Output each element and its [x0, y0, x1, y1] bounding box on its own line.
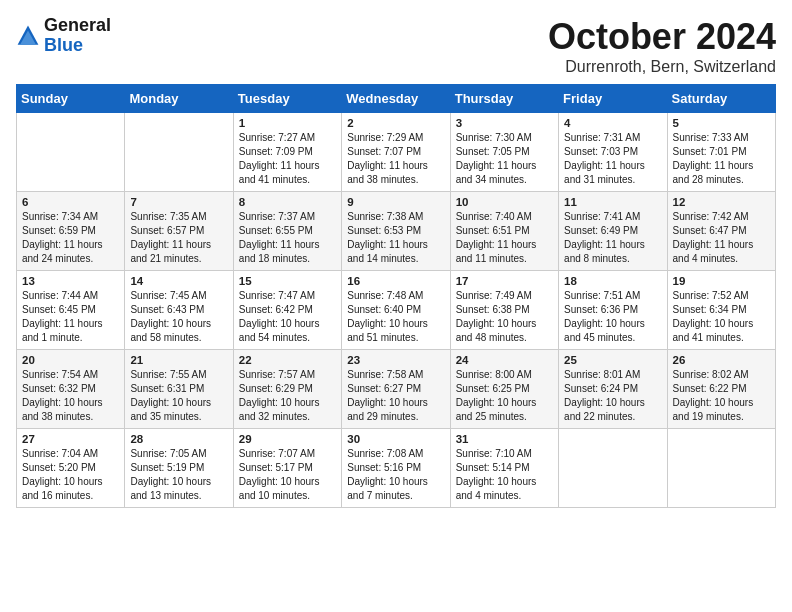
day-of-week-header: Sunday: [17, 85, 125, 113]
calendar-cell: 14Sunrise: 7:45 AM Sunset: 6:43 PM Dayli…: [125, 271, 233, 350]
calendar-cell: 8Sunrise: 7:37 AM Sunset: 6:55 PM Daylig…: [233, 192, 341, 271]
calendar-cell: 5Sunrise: 7:33 AM Sunset: 7:01 PM Daylig…: [667, 113, 775, 192]
day-number: 30: [347, 433, 444, 445]
day-info: Sunrise: 7:54 AM Sunset: 6:32 PM Dayligh…: [22, 368, 119, 424]
logo-general-text: General: [44, 16, 111, 36]
day-info: Sunrise: 7:38 AM Sunset: 6:53 PM Dayligh…: [347, 210, 444, 266]
calendar-week-row: 13Sunrise: 7:44 AM Sunset: 6:45 PM Dayli…: [17, 271, 776, 350]
day-number: 5: [673, 117, 770, 129]
day-info: Sunrise: 7:27 AM Sunset: 7:09 PM Dayligh…: [239, 131, 336, 187]
day-number: 8: [239, 196, 336, 208]
day-info: Sunrise: 7:35 AM Sunset: 6:57 PM Dayligh…: [130, 210, 227, 266]
day-info: Sunrise: 7:37 AM Sunset: 6:55 PM Dayligh…: [239, 210, 336, 266]
day-info: Sunrise: 7:52 AM Sunset: 6:34 PM Dayligh…: [673, 289, 770, 345]
day-of-week-header: Thursday: [450, 85, 558, 113]
day-of-week-header: Monday: [125, 85, 233, 113]
calendar-cell: 16Sunrise: 7:48 AM Sunset: 6:40 PM Dayli…: [342, 271, 450, 350]
day-info: Sunrise: 7:34 AM Sunset: 6:59 PM Dayligh…: [22, 210, 119, 266]
calendar-cell: 20Sunrise: 7:54 AM Sunset: 6:32 PM Dayli…: [17, 350, 125, 429]
day-number: 26: [673, 354, 770, 366]
day-number: 23: [347, 354, 444, 366]
calendar-cell: 30Sunrise: 7:08 AM Sunset: 5:16 PM Dayli…: [342, 429, 450, 508]
day-number: 15: [239, 275, 336, 287]
day-number: 3: [456, 117, 553, 129]
day-number: 7: [130, 196, 227, 208]
calendar-cell: 27Sunrise: 7:04 AM Sunset: 5:20 PM Dayli…: [17, 429, 125, 508]
title-block: October 2024 Durrenroth, Bern, Switzerla…: [548, 16, 776, 76]
calendar-cell: [667, 429, 775, 508]
calendar-cell: [17, 113, 125, 192]
calendar-cell: 2Sunrise: 7:29 AM Sunset: 7:07 PM Daylig…: [342, 113, 450, 192]
logo-blue-text: Blue: [44, 36, 111, 56]
day-info: Sunrise: 8:01 AM Sunset: 6:24 PM Dayligh…: [564, 368, 661, 424]
day-number: 25: [564, 354, 661, 366]
day-info: Sunrise: 7:29 AM Sunset: 7:07 PM Dayligh…: [347, 131, 444, 187]
calendar-cell: 23Sunrise: 7:58 AM Sunset: 6:27 PM Dayli…: [342, 350, 450, 429]
day-info: Sunrise: 8:00 AM Sunset: 6:25 PM Dayligh…: [456, 368, 553, 424]
calendar-cell: 26Sunrise: 8:02 AM Sunset: 6:22 PM Dayli…: [667, 350, 775, 429]
day-number: 19: [673, 275, 770, 287]
calendar-cell: 6Sunrise: 7:34 AM Sunset: 6:59 PM Daylig…: [17, 192, 125, 271]
day-of-week-header: Saturday: [667, 85, 775, 113]
calendar-week-row: 20Sunrise: 7:54 AM Sunset: 6:32 PM Dayli…: [17, 350, 776, 429]
calendar-table: SundayMondayTuesdayWednesdayThursdayFrid…: [16, 84, 776, 508]
day-number: 14: [130, 275, 227, 287]
day-info: Sunrise: 7:47 AM Sunset: 6:42 PM Dayligh…: [239, 289, 336, 345]
day-number: 13: [22, 275, 119, 287]
day-info: Sunrise: 7:10 AM Sunset: 5:14 PM Dayligh…: [456, 447, 553, 503]
day-number: 17: [456, 275, 553, 287]
calendar-cell: 19Sunrise: 7:52 AM Sunset: 6:34 PM Dayli…: [667, 271, 775, 350]
day-info: Sunrise: 7:40 AM Sunset: 6:51 PM Dayligh…: [456, 210, 553, 266]
calendar-cell: 15Sunrise: 7:47 AM Sunset: 6:42 PM Dayli…: [233, 271, 341, 350]
day-info: Sunrise: 7:05 AM Sunset: 5:19 PM Dayligh…: [130, 447, 227, 503]
day-number: 18: [564, 275, 661, 287]
day-info: Sunrise: 7:49 AM Sunset: 6:38 PM Dayligh…: [456, 289, 553, 345]
day-number: 21: [130, 354, 227, 366]
day-number: 20: [22, 354, 119, 366]
calendar-cell: 28Sunrise: 7:05 AM Sunset: 5:19 PM Dayli…: [125, 429, 233, 508]
calendar-cell: 31Sunrise: 7:10 AM Sunset: 5:14 PM Dayli…: [450, 429, 558, 508]
calendar-cell: 12Sunrise: 7:42 AM Sunset: 6:47 PM Dayli…: [667, 192, 775, 271]
calendar-cell: 11Sunrise: 7:41 AM Sunset: 6:49 PM Dayli…: [559, 192, 667, 271]
day-info: Sunrise: 7:51 AM Sunset: 6:36 PM Dayligh…: [564, 289, 661, 345]
day-of-week-header: Tuesday: [233, 85, 341, 113]
logo-icon: [16, 24, 40, 48]
day-number: 22: [239, 354, 336, 366]
calendar-cell: 24Sunrise: 8:00 AM Sunset: 6:25 PM Dayli…: [450, 350, 558, 429]
calendar-cell: 13Sunrise: 7:44 AM Sunset: 6:45 PM Dayli…: [17, 271, 125, 350]
day-info: Sunrise: 7:04 AM Sunset: 5:20 PM Dayligh…: [22, 447, 119, 503]
calendar-cell: 25Sunrise: 8:01 AM Sunset: 6:24 PM Dayli…: [559, 350, 667, 429]
month-title: October 2024: [548, 16, 776, 58]
location: Durrenroth, Bern, Switzerland: [548, 58, 776, 76]
page-header: General Blue October 2024 Durrenroth, Be…: [16, 16, 776, 76]
calendar-cell: [559, 429, 667, 508]
calendar-cell: 4Sunrise: 7:31 AM Sunset: 7:03 PM Daylig…: [559, 113, 667, 192]
day-info: Sunrise: 7:57 AM Sunset: 6:29 PM Dayligh…: [239, 368, 336, 424]
day-number: 24: [456, 354, 553, 366]
day-info: Sunrise: 7:41 AM Sunset: 6:49 PM Dayligh…: [564, 210, 661, 266]
day-info: Sunrise: 7:08 AM Sunset: 5:16 PM Dayligh…: [347, 447, 444, 503]
day-info: Sunrise: 7:44 AM Sunset: 6:45 PM Dayligh…: [22, 289, 119, 345]
day-number: 12: [673, 196, 770, 208]
calendar-cell: 10Sunrise: 7:40 AM Sunset: 6:51 PM Dayli…: [450, 192, 558, 271]
day-number: 11: [564, 196, 661, 208]
calendar-cell: 22Sunrise: 7:57 AM Sunset: 6:29 PM Dayli…: [233, 350, 341, 429]
calendar-week-row: 1Sunrise: 7:27 AM Sunset: 7:09 PM Daylig…: [17, 113, 776, 192]
day-number: 29: [239, 433, 336, 445]
calendar-cell: 3Sunrise: 7:30 AM Sunset: 7:05 PM Daylig…: [450, 113, 558, 192]
day-number: 10: [456, 196, 553, 208]
day-of-week-header: Friday: [559, 85, 667, 113]
day-info: Sunrise: 7:55 AM Sunset: 6:31 PM Dayligh…: [130, 368, 227, 424]
day-info: Sunrise: 7:31 AM Sunset: 7:03 PM Dayligh…: [564, 131, 661, 187]
day-info: Sunrise: 8:02 AM Sunset: 6:22 PM Dayligh…: [673, 368, 770, 424]
logo-text: General Blue: [44, 16, 111, 56]
day-number: 2: [347, 117, 444, 129]
day-info: Sunrise: 7:45 AM Sunset: 6:43 PM Dayligh…: [130, 289, 227, 345]
day-info: Sunrise: 7:33 AM Sunset: 7:01 PM Dayligh…: [673, 131, 770, 187]
calendar-cell: 21Sunrise: 7:55 AM Sunset: 6:31 PM Dayli…: [125, 350, 233, 429]
day-number: 27: [22, 433, 119, 445]
calendar-week-row: 6Sunrise: 7:34 AM Sunset: 6:59 PM Daylig…: [17, 192, 776, 271]
day-number: 31: [456, 433, 553, 445]
calendar-cell: 18Sunrise: 7:51 AM Sunset: 6:36 PM Dayli…: [559, 271, 667, 350]
day-info: Sunrise: 7:42 AM Sunset: 6:47 PM Dayligh…: [673, 210, 770, 266]
